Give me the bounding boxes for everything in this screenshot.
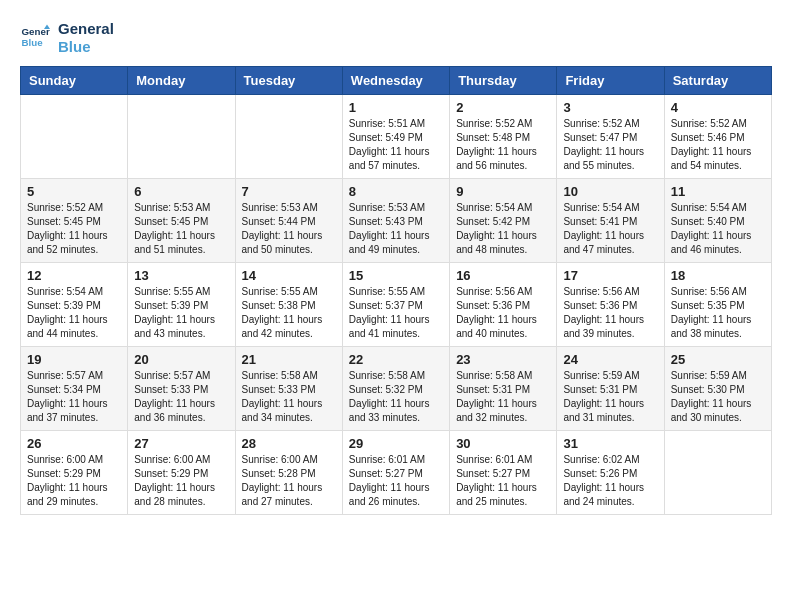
day-info: Sunrise: 5:56 AM Sunset: 5:35 PM Dayligh… (671, 285, 765, 341)
day-number: 19 (27, 352, 121, 367)
calendar-cell: 26Sunrise: 6:00 AM Sunset: 5:29 PM Dayli… (21, 431, 128, 515)
day-info: Sunrise: 5:58 AM Sunset: 5:32 PM Dayligh… (349, 369, 443, 425)
calendar-cell: 3Sunrise: 5:52 AM Sunset: 5:47 PM Daylig… (557, 95, 664, 179)
day-info: Sunrise: 5:55 AM Sunset: 5:37 PM Dayligh… (349, 285, 443, 341)
day-info: Sunrise: 5:54 AM Sunset: 5:42 PM Dayligh… (456, 201, 550, 257)
calendar-cell: 4Sunrise: 5:52 AM Sunset: 5:46 PM Daylig… (664, 95, 771, 179)
svg-text:Blue: Blue (22, 37, 44, 48)
day-number: 30 (456, 436, 550, 451)
day-info: Sunrise: 5:59 AM Sunset: 5:30 PM Dayligh… (671, 369, 765, 425)
calendar-cell: 23Sunrise: 5:58 AM Sunset: 5:31 PM Dayli… (450, 347, 557, 431)
day-info: Sunrise: 5:52 AM Sunset: 5:48 PM Dayligh… (456, 117, 550, 173)
day-number: 4 (671, 100, 765, 115)
calendar-cell: 19Sunrise: 5:57 AM Sunset: 5:34 PM Dayli… (21, 347, 128, 431)
day-number: 16 (456, 268, 550, 283)
calendar-cell: 20Sunrise: 5:57 AM Sunset: 5:33 PM Dayli… (128, 347, 235, 431)
day-number: 8 (349, 184, 443, 199)
calendar-cell: 21Sunrise: 5:58 AM Sunset: 5:33 PM Dayli… (235, 347, 342, 431)
calendar-cell (128, 95, 235, 179)
day-info: Sunrise: 5:54 AM Sunset: 5:40 PM Dayligh… (671, 201, 765, 257)
day-number: 27 (134, 436, 228, 451)
calendar-cell: 1Sunrise: 5:51 AM Sunset: 5:49 PM Daylig… (342, 95, 449, 179)
day-number: 26 (27, 436, 121, 451)
day-number: 9 (456, 184, 550, 199)
day-info: Sunrise: 6:01 AM Sunset: 5:27 PM Dayligh… (349, 453, 443, 509)
day-number: 6 (134, 184, 228, 199)
calendar-page: General Blue General Blue SundayMondayTu… (0, 0, 792, 525)
logo-text2: Blue (58, 38, 114, 56)
day-number: 13 (134, 268, 228, 283)
calendar-cell: 22Sunrise: 5:58 AM Sunset: 5:32 PM Dayli… (342, 347, 449, 431)
calendar-cell: 30Sunrise: 6:01 AM Sunset: 5:27 PM Dayli… (450, 431, 557, 515)
calendar-cell: 17Sunrise: 5:56 AM Sunset: 5:36 PM Dayli… (557, 263, 664, 347)
day-number: 25 (671, 352, 765, 367)
day-number: 18 (671, 268, 765, 283)
day-info: Sunrise: 5:56 AM Sunset: 5:36 PM Dayligh… (456, 285, 550, 341)
day-number: 14 (242, 268, 336, 283)
day-number: 15 (349, 268, 443, 283)
calendar-week-row: 1Sunrise: 5:51 AM Sunset: 5:49 PM Daylig… (21, 95, 772, 179)
calendar-cell: 12Sunrise: 5:54 AM Sunset: 5:39 PM Dayli… (21, 263, 128, 347)
day-number: 11 (671, 184, 765, 199)
calendar-cell (21, 95, 128, 179)
calendar-cell: 24Sunrise: 5:59 AM Sunset: 5:31 PM Dayli… (557, 347, 664, 431)
calendar-cell: 9Sunrise: 5:54 AM Sunset: 5:42 PM Daylig… (450, 179, 557, 263)
calendar-cell: 7Sunrise: 5:53 AM Sunset: 5:44 PM Daylig… (235, 179, 342, 263)
day-info: Sunrise: 5:59 AM Sunset: 5:31 PM Dayligh… (563, 369, 657, 425)
day-info: Sunrise: 5:52 AM Sunset: 5:45 PM Dayligh… (27, 201, 121, 257)
logo-text: General (58, 20, 114, 38)
calendar-cell: 13Sunrise: 5:55 AM Sunset: 5:39 PM Dayli… (128, 263, 235, 347)
calendar-cell: 8Sunrise: 5:53 AM Sunset: 5:43 PM Daylig… (342, 179, 449, 263)
day-number: 2 (456, 100, 550, 115)
day-info: Sunrise: 5:58 AM Sunset: 5:31 PM Dayligh… (456, 369, 550, 425)
calendar-cell: 6Sunrise: 5:53 AM Sunset: 5:45 PM Daylig… (128, 179, 235, 263)
day-info: Sunrise: 5:51 AM Sunset: 5:49 PM Dayligh… (349, 117, 443, 173)
day-info: Sunrise: 6:00 AM Sunset: 5:28 PM Dayligh… (242, 453, 336, 509)
calendar-week-row: 5Sunrise: 5:52 AM Sunset: 5:45 PM Daylig… (21, 179, 772, 263)
day-number: 24 (563, 352, 657, 367)
day-info: Sunrise: 5:54 AM Sunset: 5:41 PM Dayligh… (563, 201, 657, 257)
day-number: 3 (563, 100, 657, 115)
day-number: 23 (456, 352, 550, 367)
calendar-cell: 11Sunrise: 5:54 AM Sunset: 5:40 PM Dayli… (664, 179, 771, 263)
day-info: Sunrise: 5:55 AM Sunset: 5:38 PM Dayligh… (242, 285, 336, 341)
day-of-week-header: Tuesday (235, 67, 342, 95)
day-number: 12 (27, 268, 121, 283)
day-number: 22 (349, 352, 443, 367)
day-number: 28 (242, 436, 336, 451)
day-info: Sunrise: 5:52 AM Sunset: 5:46 PM Dayligh… (671, 117, 765, 173)
calendar-cell: 16Sunrise: 5:56 AM Sunset: 5:36 PM Dayli… (450, 263, 557, 347)
calendar-table: SundayMondayTuesdayWednesdayThursdayFrid… (20, 66, 772, 515)
day-number: 20 (134, 352, 228, 367)
logo-icon: General Blue (20, 23, 50, 53)
day-number: 1 (349, 100, 443, 115)
day-info: Sunrise: 5:52 AM Sunset: 5:47 PM Dayligh… (563, 117, 657, 173)
calendar-cell: 29Sunrise: 6:01 AM Sunset: 5:27 PM Dayli… (342, 431, 449, 515)
day-of-week-header: Sunday (21, 67, 128, 95)
calendar-week-row: 19Sunrise: 5:57 AM Sunset: 5:34 PM Dayli… (21, 347, 772, 431)
day-number: 21 (242, 352, 336, 367)
day-info: Sunrise: 5:54 AM Sunset: 5:39 PM Dayligh… (27, 285, 121, 341)
calendar-week-row: 26Sunrise: 6:00 AM Sunset: 5:29 PM Dayli… (21, 431, 772, 515)
day-info: Sunrise: 5:57 AM Sunset: 5:34 PM Dayligh… (27, 369, 121, 425)
day-number: 10 (563, 184, 657, 199)
day-info: Sunrise: 5:56 AM Sunset: 5:36 PM Dayligh… (563, 285, 657, 341)
header: General Blue General Blue (20, 20, 772, 56)
calendar-header-row: SundayMondayTuesdayWednesdayThursdayFrid… (21, 67, 772, 95)
calendar-cell: 31Sunrise: 6:02 AM Sunset: 5:26 PM Dayli… (557, 431, 664, 515)
calendar-cell: 15Sunrise: 5:55 AM Sunset: 5:37 PM Dayli… (342, 263, 449, 347)
calendar-cell (235, 95, 342, 179)
calendar-cell: 10Sunrise: 5:54 AM Sunset: 5:41 PM Dayli… (557, 179, 664, 263)
calendar-cell: 28Sunrise: 6:00 AM Sunset: 5:28 PM Dayli… (235, 431, 342, 515)
day-info: Sunrise: 5:53 AM Sunset: 5:45 PM Dayligh… (134, 201, 228, 257)
day-info: Sunrise: 6:01 AM Sunset: 5:27 PM Dayligh… (456, 453, 550, 509)
day-of-week-header: Monday (128, 67, 235, 95)
day-number: 29 (349, 436, 443, 451)
calendar-cell: 2Sunrise: 5:52 AM Sunset: 5:48 PM Daylig… (450, 95, 557, 179)
day-info: Sunrise: 6:00 AM Sunset: 5:29 PM Dayligh… (27, 453, 121, 509)
calendar-cell: 25Sunrise: 5:59 AM Sunset: 5:30 PM Dayli… (664, 347, 771, 431)
logo: General Blue General Blue (20, 20, 114, 56)
day-of-week-header: Friday (557, 67, 664, 95)
calendar-cell: 14Sunrise: 5:55 AM Sunset: 5:38 PM Dayli… (235, 263, 342, 347)
day-info: Sunrise: 6:02 AM Sunset: 5:26 PM Dayligh… (563, 453, 657, 509)
